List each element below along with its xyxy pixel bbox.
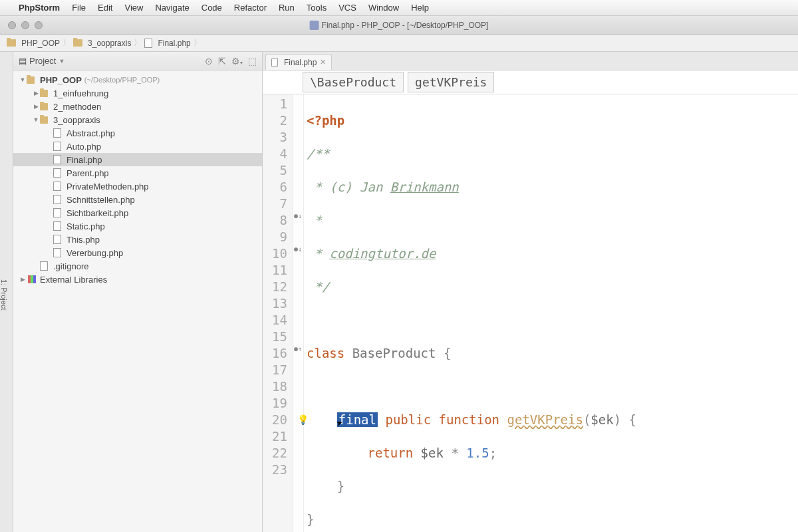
tree-item-label: External Libraries — [40, 275, 107, 285]
line-number-gutter: 1234567891011121314151617181920212223 — [263, 94, 293, 532]
tree-file[interactable]: Vererbung.php — [13, 246, 262, 259]
tree-item-label: 3_ooppraxis — [53, 115, 100, 125]
tree-item-label: 2_methoden — [53, 102, 101, 112]
main-area: 1: Project ▤ Project ▼ ⊙ ⇱ ⚙▾ ⬚ ▼ PHP_OO… — [0, 52, 798, 532]
tree-folder[interactable]: ▶ 1_einfuehrung — [13, 86, 262, 100]
tree-folder[interactable]: ▶ 2_methoden — [13, 100, 262, 113]
breadcrumb-root[interactable]: PHP_OOP — [21, 39, 60, 48]
code-token: function — [439, 412, 500, 427]
php-file-icon — [53, 182, 61, 191]
override-icon[interactable]: ●↓ — [294, 245, 302, 253]
tree-item-label: Final.php — [66, 155, 102, 165]
code-token: * — [307, 246, 329, 261]
tree-file[interactable]: Parent.php — [13, 166, 262, 180]
tree-item-label: Static.php — [66, 221, 105, 231]
chevron-down-icon[interactable]: ▼ — [19, 76, 27, 83]
gear-icon[interactable]: ⚙▾ — [231, 56, 243, 66]
crumb-method[interactable]: getVKPreis — [408, 72, 494, 92]
close-tab-icon[interactable]: ✕ — [320, 58, 326, 66]
code-token: */ — [307, 279, 329, 294]
chevron-down-icon[interactable]: ▼ — [59, 58, 65, 65]
tree-file[interactable]: Abstract.php — [13, 126, 262, 140]
sidebar-tab-project[interactable]: 1: Project — [0, 52, 13, 532]
tree-item-label: Abstract.php — [66, 128, 115, 138]
breadcrumb-folder[interactable]: 3_ooppraxis — [88, 39, 131, 48]
tree-file[interactable]: Sichtbarkeit.php — [13, 206, 262, 219]
php-file-icon — [144, 39, 152, 48]
tree-file-selected[interactable]: Final.php — [13, 153, 262, 166]
code-content[interactable]: <?php /** * (c) Jan Brinkmann * * coding… — [304, 94, 798, 532]
php-file-icon — [53, 195, 61, 204]
menu-view[interactable]: View — [124, 3, 143, 13]
code-token: codingtutor.de — [329, 246, 436, 261]
intention-bulb-icon[interactable]: 💡 — [297, 412, 308, 428]
folder-icon — [40, 90, 48, 97]
tree-root[interactable]: ▼ PHP_OOP (~/Desktop/PHP_OOP) — [13, 73, 262, 86]
breadcrumb-file[interactable]: Final.php — [158, 39, 190, 48]
tree-file[interactable]: PrivateMethoden.php — [13, 180, 262, 193]
menu-refactor[interactable]: Refactor — [234, 3, 267, 13]
override-icon[interactable]: ●↑ — [294, 345, 302, 352]
menu-tools[interactable]: Tools — [307, 3, 327, 13]
folder-icon — [73, 39, 82, 47]
tree-item-label: Vererbung.php — [66, 248, 123, 258]
tree-file[interactable]: .gitignore — [13, 259, 262, 273]
project-panel-title[interactable]: Project — [29, 56, 56, 66]
tree-external-libs[interactable]: ▶External Libraries — [13, 273, 262, 286]
code-editor[interactable]: 1234567891011121314151617181920212223 ●↓… — [263, 94, 798, 532]
code-token: Brinkmann — [390, 180, 459, 194]
crumb-class[interactable]: \BaseProduct — [303, 72, 404, 92]
close-window-button[interactable] — [8, 21, 16, 29]
php-file-icon — [53, 155, 61, 164]
code-token: <?php — [307, 113, 344, 128]
tree-folder[interactable]: ▼ 3_ooppraxis — [13, 113, 262, 126]
editor-tab[interactable]: Final.php ✕ — [265, 54, 332, 70]
menu-window[interactable]: Window — [368, 3, 399, 13]
menu-file[interactable]: File — [72, 3, 86, 13]
menu-help[interactable]: Help — [411, 3, 429, 13]
php-file-icon — [53, 221, 61, 231]
code-token: class — [307, 346, 344, 360]
tree-file[interactable]: Static.php — [13, 219, 262, 233]
code-token: 1.5 — [466, 446, 489, 460]
autoscroll-icon[interactable]: ⊙ — [205, 56, 213, 66]
chevron-right-icon: 〉 — [63, 37, 70, 49]
project-tree[interactable]: ▼ PHP_OOP (~/Desktop/PHP_OOP) ▶ 1_einfue… — [13, 70, 262, 532]
menu-code[interactable]: Code — [201, 3, 222, 13]
menu-navigate[interactable]: Navigate — [155, 3, 189, 13]
tree-file[interactable]: Auto.php — [13, 140, 262, 153]
menu-run[interactable]: Run — [279, 3, 295, 13]
window-title-text: Final.php - PHP_OOP - [~/Desktop/PHP_OOP… — [322, 21, 489, 30]
code-token: /** — [307, 146, 329, 161]
breadcrumb-bar: PHP_OOP 〉 3_ooppraxis 〉 Final.php 〉 — [0, 35, 798, 52]
menu-vcs[interactable]: VCS — [338, 3, 356, 13]
folder-icon — [40, 103, 48, 110]
tree-item-label: Sichtbarkeit.php — [66, 208, 128, 218]
php-file-icon — [53, 235, 61, 244]
php-file-icon — [53, 128, 61, 138]
tree-root-path: (~/Desktop/PHP_OOP) — [84, 76, 160, 84]
code-token: public — [385, 412, 431, 427]
editor-crumb-bar: \BaseProduct getVKPreis — [263, 70, 798, 94]
chevron-right-icon[interactable]: ▶ — [19, 276, 27, 283]
zoom-window-button[interactable] — [35, 21, 43, 29]
menu-edit[interactable]: Edit — [98, 3, 112, 13]
php-file-icon — [310, 21, 319, 30]
editor-area: Final.php ✕ \BaseProduct getVKPreis 1234… — [263, 52, 798, 532]
menu-app-name[interactable]: PhpStorm — [19, 3, 60, 13]
window-titlebar: Final.php - PHP_OOP - [~/Desktop/PHP_OOP… — [0, 16, 798, 35]
override-icon[interactable]: ●↓ — [294, 212, 302, 219]
tree-item-label: PrivateMethoden.php — [66, 182, 149, 192]
minimize-window-button[interactable] — [21, 21, 29, 29]
tree-item-label: Schnittstellen.php — [66, 195, 135, 205]
hide-panel-icon[interactable]: ⬚ — [248, 56, 257, 66]
chevron-right-icon[interactable]: ▶ — [32, 90, 40, 96]
tree-file[interactable]: This.php — [13, 233, 262, 246]
chevron-right-icon[interactable]: ▶ — [32, 103, 40, 110]
chevron-down-icon[interactable]: ▼ — [32, 116, 40, 123]
file-icon — [40, 261, 48, 271]
php-file-icon — [53, 208, 61, 217]
tree-file[interactable]: Schnittstellen.php — [13, 193, 262, 206]
chevron-right-icon: 〉 — [194, 37, 201, 49]
collapse-all-icon[interactable]: ⇱ — [218, 56, 226, 66]
